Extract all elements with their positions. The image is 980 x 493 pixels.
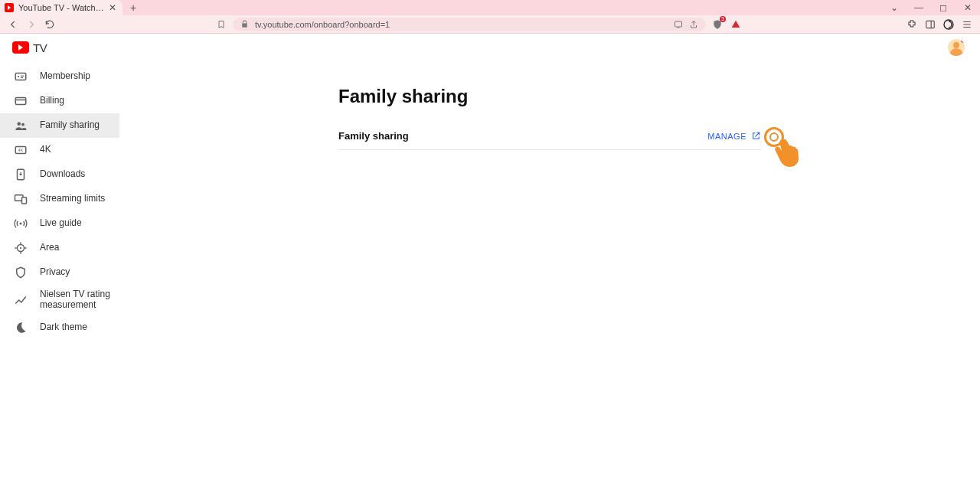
brave-shields-icon[interactable]: 3 <box>710 18 724 31</box>
people-icon <box>14 119 28 132</box>
pointing-hand-icon <box>772 135 805 168</box>
family-sharing-label: Family sharing <box>338 130 409 142</box>
svg-point-17 <box>20 223 22 225</box>
puzzle-icon <box>906 19 917 30</box>
sidebar-item-billing[interactable]: Billing <box>0 89 119 113</box>
sidebar-item-live-guide[interactable]: Live guide <box>0 211 119 236</box>
svg-point-5 <box>18 76 19 77</box>
browser-tab-strip: YouTube TV - Watch & DVR Live S ✕ + ⌄ — … <box>0 0 980 15</box>
broadcast-icon <box>14 217 28 230</box>
sidebar-item-streaming-limits[interactable]: Streaming limits <box>0 187 119 211</box>
lock-icon <box>240 20 249 28</box>
new-tab-button[interactable]: + <box>122 0 144 15</box>
sidebar-item-area[interactable]: Area <box>0 236 119 260</box>
extensions-button[interactable] <box>905 18 919 31</box>
devices-icon <box>14 192 28 206</box>
address-bar[interactable]: tv.youtube.com/onboard?onboard=1 <box>233 18 706 31</box>
logo-text: TV <box>33 41 47 54</box>
nav-forward-button[interactable] <box>24 18 38 31</box>
svg-rect-4 <box>15 73 26 80</box>
tab-close-icon[interactable]: ✕ <box>109 2 116 13</box>
reload-icon <box>44 19 55 30</box>
svg-point-10 <box>18 122 21 126</box>
shields-badge-count: 3 <box>720 16 726 22</box>
svg-rect-1 <box>926 21 935 28</box>
sidebar-item-label: Downloads <box>40 169 85 180</box>
sidepanel-button[interactable] <box>923 18 937 31</box>
sidebar-item-label: Streaming limits <box>40 194 105 204</box>
rewards-triangle-icon <box>730 19 741 30</box>
window-minimize-button[interactable]: — <box>906 0 931 15</box>
youtube-play-icon <box>12 41 29 54</box>
sidebar-item-label: Area <box>40 243 59 253</box>
browser-tab[interactable]: YouTube TV - Watch & DVR Live S ✕ <box>0 0 122 15</box>
sidebar-item-label: Live guide <box>40 218 82 229</box>
window-maximize-button[interactable]: ◻ <box>931 0 956 15</box>
tutorial-pointer-overlay <box>764 127 784 147</box>
svg-rect-0 <box>675 21 682 27</box>
sidebar-item-label: Dark theme <box>40 322 87 333</box>
shield-icon <box>14 266 28 279</box>
arrow-left-icon <box>8 19 18 30</box>
svg-rect-16 <box>22 198 27 204</box>
window-close-button[interactable]: ✕ <box>956 0 980 15</box>
credit-card-icon <box>14 94 28 108</box>
manage-button-label: MANAGE <box>707 132 746 141</box>
hamburger-icon <box>962 19 972 30</box>
sidebar-item-label: Nielsen TV rating measurement <box>40 289 119 311</box>
svg-text:4K: 4K <box>18 148 24 152</box>
open-in-new-icon <box>751 131 761 141</box>
sidebar-item-label: Privacy <box>40 267 70 278</box>
sidebar-item-label: Family sharing <box>40 120 100 131</box>
sidebar-item-dark-theme[interactable]: Dark theme <box>0 315 119 340</box>
browser-toolbar: tv.youtube.com/onboard?onboard=1 3 <box>0 15 980 34</box>
panel-icon <box>925 19 936 30</box>
sidebar-item-nielsen[interactable]: Nielsen TV rating measurement <box>0 285 119 315</box>
app-header: TV <box>0 34 980 61</box>
analytics-icon <box>14 293 28 307</box>
sidebar-item-label: Membership <box>40 71 90 82</box>
install-app-icon[interactable] <box>674 20 683 29</box>
location-icon <box>14 241 28 255</box>
settings-sidebar: Membership Billing Family sharing 4K 4K … <box>0 61 119 493</box>
svg-rect-8 <box>15 98 26 105</box>
profile-button[interactable] <box>942 18 956 31</box>
manage-family-sharing-button[interactable]: MANAGE <box>707 131 761 141</box>
4k-icon: 4K <box>14 143 28 157</box>
svg-point-19 <box>20 247 21 249</box>
svg-point-11 <box>21 123 24 126</box>
account-avatar[interactable] <box>948 39 965 56</box>
moon-icon <box>14 321 28 335</box>
family-sharing-row: Family sharing MANAGE <box>338 127 761 150</box>
main-content: Family sharing Family sharing MANAGE <box>119 61 980 493</box>
youtube-favicon-icon <box>5 3 14 12</box>
sidebar-item-family-sharing[interactable]: Family sharing <box>0 113 119 138</box>
sidebar-item-membership[interactable]: Membership <box>0 64 119 89</box>
brave-rewards-icon[interactable] <box>729 18 743 31</box>
youtube-tv-logo[interactable]: TV <box>12 41 47 54</box>
page-title: Family sharing <box>338 86 468 107</box>
membership-card-icon <box>14 70 28 83</box>
share-icon[interactable] <box>689 20 698 29</box>
arrow-right-icon <box>26 19 37 30</box>
sidebar-item-downloads[interactable]: Downloads <box>0 162 119 187</box>
profile-swirl-icon <box>942 18 955 31</box>
pointer-ripple-icon <box>764 127 784 147</box>
bookmark-page-icon[interactable] <box>214 18 228 31</box>
chrome-search-tabs-icon[interactable]: ⌄ <box>882 0 906 15</box>
download-device-icon <box>14 168 28 181</box>
address-bar-url: tv.youtube.com/onboard?onboard=1 <box>255 20 668 29</box>
chrome-menu-button[interactable] <box>960 18 974 31</box>
sidebar-item-4k[interactable]: 4K 4K <box>0 138 119 162</box>
sidebar-item-label: 4K <box>40 145 51 155</box>
nav-reload-button[interactable] <box>43 18 57 31</box>
sidebar-item-label: Billing <box>40 96 64 106</box>
browser-tab-title: YouTube TV - Watch & DVR Live S <box>18 3 104 12</box>
sidebar-item-privacy[interactable]: Privacy <box>0 260 119 285</box>
app-body: Membership Billing Family sharing 4K 4K … <box>0 61 980 493</box>
notification-dot-icon <box>960 39 965 44</box>
nav-back-button[interactable] <box>6 18 20 31</box>
